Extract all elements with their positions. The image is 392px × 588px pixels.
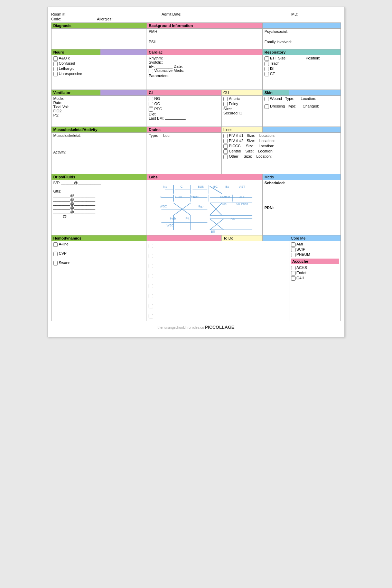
og-field[interactable]: OG [149,102,220,106]
musculo-label-field: Musculoskeletal: [53,133,145,138]
todo-checkbox-2[interactable] [149,254,153,258]
anuric-field[interactable]: Anuric [223,96,261,101]
drains-label: Drains [149,128,160,132]
meds-label: Meds [264,175,274,179]
todo-checkbox-6[interactable] [149,294,153,298]
ct-field[interactable]: CT [264,72,339,76]
q4h-field[interactable]: Q4H [291,276,339,281]
q4h-checkbox[interactable] [291,276,296,281]
todo-4[interactable] [149,273,287,278]
secured-field: Secured: □ [223,111,261,115]
todo-checkbox-3[interactable] [149,264,153,268]
aline-checkbox[interactable] [53,242,58,247]
todo-checkbox-7[interactable] [149,304,153,308]
todo-checkbox-1[interactable] [149,244,153,248]
vasoactive-field[interactable]: Vasoactive Meds: [149,68,261,73]
todo-5[interactable] [149,283,287,288]
trach-field[interactable]: Trach [264,61,339,66]
todo-3[interactable] [149,263,287,268]
pneum-checkbox[interactable] [291,253,296,257]
ng-checkbox[interactable] [149,97,153,101]
ng-field[interactable]: NG [149,96,220,101]
neuro-header-extra [101,49,147,55]
cvp-checkbox[interactable] [53,252,58,256]
achs-field[interactable]: ACHS [291,265,339,270]
piv2-checkbox[interactable] [223,139,228,143]
todo-checkbox-8[interactable] [149,314,153,318]
fio2-field: FiO2: [53,109,145,113]
ct-checkbox[interactable] [264,72,269,76]
unresponsive-checkbox[interactable] [53,72,58,76]
todo-1[interactable] [149,243,287,248]
pneum-field[interactable]: PNEUM [291,252,339,257]
drips-content: IVF: ______@___________ Gtts: ________@_… [52,180,147,235]
family-involved-label: Family involved: [264,40,292,44]
vent-header-extra [101,90,147,96]
neuro-item-3[interactable]: Lethargic [53,66,145,71]
todo-checkbox-4[interactable] [149,274,153,278]
ps-field: PS: [53,113,145,117]
todo-8[interactable] [149,314,287,318]
is-field[interactable]: IS [264,66,339,71]
pmh-field: PMH [147,29,263,39]
aline-field[interactable]: A-line [53,242,145,247]
gi-label: GI [149,91,153,95]
confused-checkbox[interactable] [53,62,58,66]
trach-checkbox[interactable] [264,62,269,66]
scip-field[interactable]: SCIP [291,247,339,252]
lethargic-checkbox[interactable] [53,67,58,71]
piv1-field[interactable]: PIV # #1 Size: Location: [223,133,339,138]
swann-field[interactable]: Swann [53,261,145,265]
swann-checkbox[interactable] [53,261,58,265]
achs-checkbox[interactable] [291,266,296,270]
foley-checkbox[interactable] [223,102,228,106]
picc-checkbox[interactable] [223,144,228,149]
og-checkbox[interactable] [149,102,153,106]
neuro-item-1[interactable]: A&O x ____ [53,56,145,61]
musculo-content-cell: Musculoskeletal: Activity: [52,133,147,174]
neuro-item-4[interactable]: Unresponsive [53,72,145,76]
anuric-checkbox[interactable] [223,97,228,101]
central-checkbox[interactable] [223,149,228,154]
mode-field: Mode: [53,96,145,101]
neuro-item-2[interactable]: Confused [53,61,145,66]
aox-checkbox[interactable] [53,56,58,61]
vent-content: Mode: Rate: Tidal Vol: FiO2: PS: [52,96,147,127]
dressing-checkbox[interactable] [264,104,269,109]
psh-label: PSH [149,40,157,44]
todo-6[interactable] [149,293,287,298]
other-checkbox[interactable] [223,155,228,159]
wound-checkbox[interactable] [264,97,269,101]
endot-checkbox[interactable] [291,271,296,276]
ami-field[interactable]: AMI [291,242,339,247]
picc-field[interactable]: PICCC Size: Location: [223,144,339,149]
other-field[interactable]: Other Size: Location: [223,154,339,159]
peg-checkbox[interactable] [149,107,153,112]
svg-text:Hgb: Hgb [170,217,176,220]
todo-7[interactable] [149,304,287,308]
gtts-line-6: @ [53,214,145,218]
cvp-field[interactable]: CVP [53,251,145,256]
dressing-field[interactable]: Dressing Type: Changed: [264,104,339,109]
vasoactive-checkbox[interactable] [149,69,153,73]
code-label: Code: [51,17,61,21]
todo-label: To Do [223,236,233,240]
piv1-checkbox[interactable] [223,134,228,138]
todo-checkbox-5[interactable] [149,284,153,288]
musculo-label: Musculoskeletal/Activity [53,128,97,132]
ett-checkbox[interactable] [264,56,269,61]
peg-field[interactable]: PEG [149,107,220,112]
ami-checkbox[interactable] [291,242,296,247]
musculo-header: Musculoskeletal/Activity [52,127,147,133]
is-checkbox[interactable] [264,67,269,71]
central-field[interactable]: Central Size: Location: [223,149,339,154]
piv2-field[interactable]: PIV # #2 Size: Location: [223,139,339,143]
wound-field[interactable]: Wound Type: Location: [264,96,339,101]
foley-field[interactable]: Foley [223,102,261,106]
scip-checkbox[interactable] [291,248,296,252]
diagnosis-content[interactable] [52,29,147,49]
endot-field[interactable]: Endot [291,271,339,276]
skin-label: Skin [264,91,272,95]
ett-field[interactable]: ETT Size: ________ Position: ___ [264,56,339,61]
todo-2[interactable] [149,253,287,258]
